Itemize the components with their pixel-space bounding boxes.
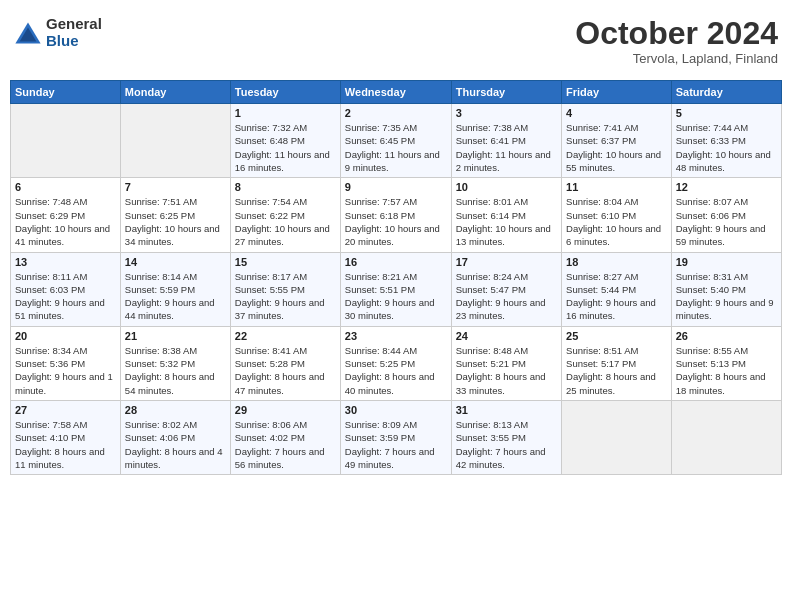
day-number: 26 xyxy=(676,330,777,342)
day-info: Sunrise: 7:51 AMSunset: 6:25 PMDaylight:… xyxy=(125,195,226,248)
table-row: 10Sunrise: 8:01 AMSunset: 6:14 PMDayligh… xyxy=(451,178,561,252)
day-number: 13 xyxy=(15,256,116,268)
day-number: 6 xyxy=(15,181,116,193)
day-number: 25 xyxy=(566,330,667,342)
table-row: 13Sunrise: 8:11 AMSunset: 6:03 PMDayligh… xyxy=(11,252,121,326)
calendar-week-row: 27Sunrise: 7:58 AMSunset: 4:10 PMDayligh… xyxy=(11,400,782,474)
table-row: 29Sunrise: 8:06 AMSunset: 4:02 PMDayligh… xyxy=(230,400,340,474)
day-number: 7 xyxy=(125,181,226,193)
day-number: 23 xyxy=(345,330,447,342)
day-info: Sunrise: 7:58 AMSunset: 4:10 PMDaylight:… xyxy=(15,418,116,471)
day-number: 5 xyxy=(676,107,777,119)
day-number: 8 xyxy=(235,181,336,193)
calendar-week-row: 1Sunrise: 7:32 AMSunset: 6:48 PMDaylight… xyxy=(11,104,782,178)
table-row: 12Sunrise: 8:07 AMSunset: 6:06 PMDayligh… xyxy=(671,178,781,252)
table-row xyxy=(671,400,781,474)
day-number: 3 xyxy=(456,107,557,119)
table-row: 24Sunrise: 8:48 AMSunset: 5:21 PMDayligh… xyxy=(451,326,561,400)
location-subtitle: Tervola, Lapland, Finland xyxy=(575,51,778,66)
day-info: Sunrise: 8:17 AMSunset: 5:55 PMDaylight:… xyxy=(235,270,336,323)
day-number: 31 xyxy=(456,404,557,416)
table-row: 28Sunrise: 8:02 AMSunset: 4:06 PMDayligh… xyxy=(120,400,230,474)
logo-icon xyxy=(14,19,42,47)
table-row xyxy=(562,400,672,474)
day-info: Sunrise: 8:11 AMSunset: 6:03 PMDaylight:… xyxy=(15,270,116,323)
day-info: Sunrise: 8:31 AMSunset: 5:40 PMDaylight:… xyxy=(676,270,777,323)
day-number: 11 xyxy=(566,181,667,193)
day-info: Sunrise: 8:21 AMSunset: 5:51 PMDaylight:… xyxy=(345,270,447,323)
day-info: Sunrise: 8:27 AMSunset: 5:44 PMDaylight:… xyxy=(566,270,667,323)
day-info: Sunrise: 8:48 AMSunset: 5:21 PMDaylight:… xyxy=(456,344,557,397)
logo: General Blue xyxy=(14,16,102,49)
day-info: Sunrise: 7:38 AMSunset: 6:41 PMDaylight:… xyxy=(456,121,557,174)
day-number: 1 xyxy=(235,107,336,119)
day-info: Sunrise: 8:09 AMSunset: 3:59 PMDaylight:… xyxy=(345,418,447,471)
day-info: Sunrise: 8:13 AMSunset: 3:55 PMDaylight:… xyxy=(456,418,557,471)
day-info: Sunrise: 8:55 AMSunset: 5:13 PMDaylight:… xyxy=(676,344,777,397)
day-number: 19 xyxy=(676,256,777,268)
day-number: 10 xyxy=(456,181,557,193)
calendar-week-row: 6Sunrise: 7:48 AMSunset: 6:29 PMDaylight… xyxy=(11,178,782,252)
day-info: Sunrise: 8:24 AMSunset: 5:47 PMDaylight:… xyxy=(456,270,557,323)
day-number: 28 xyxy=(125,404,226,416)
day-info: Sunrise: 8:02 AMSunset: 4:06 PMDaylight:… xyxy=(125,418,226,471)
day-number: 14 xyxy=(125,256,226,268)
table-row: 7Sunrise: 7:51 AMSunset: 6:25 PMDaylight… xyxy=(120,178,230,252)
table-row: 21Sunrise: 8:38 AMSunset: 5:32 PMDayligh… xyxy=(120,326,230,400)
table-row: 3Sunrise: 7:38 AMSunset: 6:41 PMDaylight… xyxy=(451,104,561,178)
table-row xyxy=(120,104,230,178)
table-row: 1Sunrise: 7:32 AMSunset: 6:48 PMDaylight… xyxy=(230,104,340,178)
table-row: 30Sunrise: 8:09 AMSunset: 3:59 PMDayligh… xyxy=(340,400,451,474)
logo-general: General xyxy=(46,16,102,33)
day-number: 4 xyxy=(566,107,667,119)
day-info: Sunrise: 8:01 AMSunset: 6:14 PMDaylight:… xyxy=(456,195,557,248)
day-info: Sunrise: 7:54 AMSunset: 6:22 PMDaylight:… xyxy=(235,195,336,248)
day-number: 22 xyxy=(235,330,336,342)
table-row: 11Sunrise: 8:04 AMSunset: 6:10 PMDayligh… xyxy=(562,178,672,252)
table-row: 14Sunrise: 8:14 AMSunset: 5:59 PMDayligh… xyxy=(120,252,230,326)
day-info: Sunrise: 8:04 AMSunset: 6:10 PMDaylight:… xyxy=(566,195,667,248)
table-row: 4Sunrise: 7:41 AMSunset: 6:37 PMDaylight… xyxy=(562,104,672,178)
day-info: Sunrise: 8:34 AMSunset: 5:36 PMDaylight:… xyxy=(15,344,116,397)
header-wednesday: Wednesday xyxy=(340,81,451,104)
day-number: 27 xyxy=(15,404,116,416)
header-thursday: Thursday xyxy=(451,81,561,104)
header-friday: Friday xyxy=(562,81,672,104)
day-info: Sunrise: 7:35 AMSunset: 6:45 PMDaylight:… xyxy=(345,121,447,174)
table-row: 26Sunrise: 8:55 AMSunset: 5:13 PMDayligh… xyxy=(671,326,781,400)
day-info: Sunrise: 8:07 AMSunset: 6:06 PMDaylight:… xyxy=(676,195,777,248)
table-row: 31Sunrise: 8:13 AMSunset: 3:55 PMDayligh… xyxy=(451,400,561,474)
logo-text: General Blue xyxy=(46,16,102,49)
table-row: 8Sunrise: 7:54 AMSunset: 6:22 PMDaylight… xyxy=(230,178,340,252)
day-info: Sunrise: 8:44 AMSunset: 5:25 PMDaylight:… xyxy=(345,344,447,397)
table-row: 6Sunrise: 7:48 AMSunset: 6:29 PMDaylight… xyxy=(11,178,121,252)
header-monday: Monday xyxy=(120,81,230,104)
day-info: Sunrise: 8:41 AMSunset: 5:28 PMDaylight:… xyxy=(235,344,336,397)
table-row: 19Sunrise: 8:31 AMSunset: 5:40 PMDayligh… xyxy=(671,252,781,326)
table-row: 17Sunrise: 8:24 AMSunset: 5:47 PMDayligh… xyxy=(451,252,561,326)
day-info: Sunrise: 7:48 AMSunset: 6:29 PMDaylight:… xyxy=(15,195,116,248)
title-area: October 2024 Tervola, Lapland, Finland xyxy=(575,16,778,66)
header: General Blue October 2024 Tervola, Lapla… xyxy=(10,10,782,72)
day-number: 12 xyxy=(676,181,777,193)
day-number: 16 xyxy=(345,256,447,268)
day-number: 20 xyxy=(15,330,116,342)
day-number: 18 xyxy=(566,256,667,268)
table-row: 9Sunrise: 7:57 AMSunset: 6:18 PMDaylight… xyxy=(340,178,451,252)
month-title: October 2024 xyxy=(575,16,778,51)
table-row: 16Sunrise: 8:21 AMSunset: 5:51 PMDayligh… xyxy=(340,252,451,326)
table-row: 20Sunrise: 8:34 AMSunset: 5:36 PMDayligh… xyxy=(11,326,121,400)
day-info: Sunrise: 8:14 AMSunset: 5:59 PMDaylight:… xyxy=(125,270,226,323)
day-number: 17 xyxy=(456,256,557,268)
calendar-week-row: 20Sunrise: 8:34 AMSunset: 5:36 PMDayligh… xyxy=(11,326,782,400)
day-number: 29 xyxy=(235,404,336,416)
calendar-week-row: 13Sunrise: 8:11 AMSunset: 6:03 PMDayligh… xyxy=(11,252,782,326)
day-number: 9 xyxy=(345,181,447,193)
day-info: Sunrise: 7:32 AMSunset: 6:48 PMDaylight:… xyxy=(235,121,336,174)
day-number: 30 xyxy=(345,404,447,416)
table-row: 18Sunrise: 8:27 AMSunset: 5:44 PMDayligh… xyxy=(562,252,672,326)
calendar-header-row: Sunday Monday Tuesday Wednesday Thursday… xyxy=(11,81,782,104)
calendar-table: Sunday Monday Tuesday Wednesday Thursday… xyxy=(10,80,782,475)
day-number: 24 xyxy=(456,330,557,342)
table-row: 23Sunrise: 8:44 AMSunset: 5:25 PMDayligh… xyxy=(340,326,451,400)
